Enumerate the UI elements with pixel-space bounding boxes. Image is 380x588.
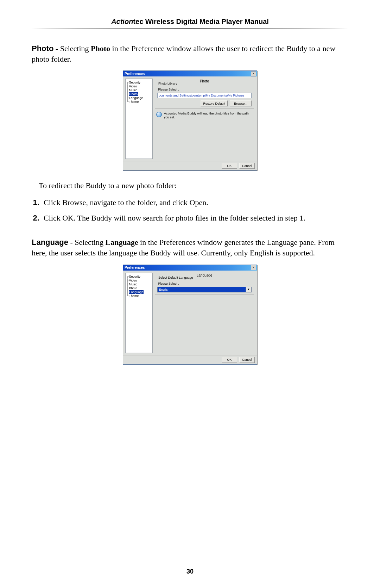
dialog-titlebar[interactable]: Preferences × bbox=[123, 265, 257, 271]
photo-redirect-line: To redirect the Buddy to a new photo fol… bbox=[39, 180, 348, 191]
tree-item-music[interactable]: ├Music bbox=[126, 283, 152, 286]
brand-italic: Action bbox=[111, 18, 133, 25]
photo-library-fieldset: Photo Library Please Select : ocuments a… bbox=[155, 84, 254, 109]
tree-item-video[interactable]: ├Video bbox=[126, 85, 152, 88]
language-intro-bold1: Language bbox=[106, 238, 138, 247]
please-select-label: Please Select : bbox=[158, 282, 252, 285]
photo-intro-pre: - Selecting bbox=[53, 44, 91, 53]
dialog-title-text: Preferences bbox=[125, 266, 145, 270]
ok-button[interactable]: OK bbox=[222, 163, 237, 169]
restore-default-button[interactable]: Restore Default bbox=[201, 100, 228, 106]
tree-item-language[interactable]: ├Language bbox=[126, 96, 152, 100]
tree-item-music[interactable]: ├Music bbox=[126, 88, 152, 92]
page-number: 30 bbox=[0, 568, 380, 575]
preferences-dialog-language: Preferences × ┌Security ├Video ├Music ├P… bbox=[123, 265, 257, 365]
photo-step-1: Click Browse, navigate to the folder, an… bbox=[42, 197, 348, 208]
brand-rest: tec bbox=[133, 18, 143, 25]
please-select-label: Please Select : bbox=[158, 88, 252, 91]
language-intro-pre: - Selecting bbox=[68, 238, 106, 247]
language-dropdown-value: English bbox=[157, 287, 246, 292]
header-title-rest: Wireless Digital Media Player Manual bbox=[143, 18, 269, 25]
language-pane: Language Select Default Language Please … bbox=[154, 273, 255, 353]
photo-info-row: i Actiontec Media Buddy will load the ph… bbox=[156, 112, 253, 119]
tree-item-security[interactable]: ┌Security bbox=[126, 275, 152, 278]
tree-item-security[interactable]: ┌Security bbox=[126, 81, 152, 84]
info-icon: i bbox=[156, 112, 162, 117]
dialog-titlebar[interactable]: Preferences × bbox=[123, 71, 257, 76]
ok-button[interactable]: OK bbox=[222, 357, 237, 363]
photo-dialog-figure: Preferences × ┌Security ├Video ├Music ├P… bbox=[32, 70, 348, 171]
tree-item-photo[interactable]: ├Photo bbox=[126, 92, 152, 96]
photo-library-legend: Photo Library bbox=[157, 82, 178, 85]
tree-item-language[interactable]: ├Language bbox=[126, 290, 152, 294]
preferences-dialog-photo: Preferences × ┌Security ├Video ├Music ├P… bbox=[123, 70, 257, 171]
photo-path-input[interactable]: ocuments and Settings\oemtemp\My Documen… bbox=[157, 93, 252, 98]
photo-info-text: Actiontec Media Buddy will load the phot… bbox=[164, 112, 253, 119]
browse-button[interactable]: Browse... bbox=[230, 100, 252, 106]
language-heading: Language bbox=[32, 238, 68, 247]
language-dialog-figure: Preferences × ┌Security ├Video ├Music ├P… bbox=[32, 265, 348, 365]
page-header: Actiontec Wireless Digital Media Player … bbox=[32, 18, 348, 26]
photo-intro-bold1: Photo bbox=[91, 44, 110, 53]
close-icon[interactable]: × bbox=[251, 265, 256, 270]
tree-item-theme[interactable]: └Theme bbox=[126, 100, 152, 104]
photo-pane: Photo Photo Library Please Select : ocum… bbox=[154, 79, 255, 159]
tree-item-video[interactable]: ├Video bbox=[126, 279, 152, 282]
photo-steps: Click Browse, navigate to the folder, an… bbox=[32, 197, 348, 223]
tree-item-photo[interactable]: ├Photo bbox=[126, 286, 152, 290]
language-legend: Select Default Language bbox=[157, 276, 194, 279]
dialog-title-text: Preferences bbox=[125, 72, 145, 76]
photo-intro: Photo - Selecting Photo in the Preferenc… bbox=[32, 43, 348, 64]
language-dropdown[interactable]: English ▼ bbox=[157, 287, 252, 292]
language-fieldset: Select Default Language Please Select : … bbox=[155, 278, 254, 295]
dialog-footer: OK Cancel bbox=[123, 355, 257, 364]
photo-step-2: Click OK. The Buddy will now search for … bbox=[42, 213, 348, 223]
language-intro: Language - Selecting Language in the Pre… bbox=[32, 237, 348, 258]
header-divider bbox=[32, 28, 348, 29]
photo-heading: Photo bbox=[32, 44, 53, 53]
tree-item-theme[interactable]: └Theme bbox=[126, 294, 152, 298]
preferences-tree[interactable]: ┌Security ├Video ├Music ├Photo ├Language… bbox=[125, 79, 153, 159]
chevron-down-icon[interactable]: ▼ bbox=[246, 287, 252, 292]
dialog-footer: OK Cancel bbox=[123, 161, 257, 170]
cancel-button[interactable]: Cancel bbox=[239, 357, 255, 363]
cancel-button[interactable]: Cancel bbox=[239, 163, 255, 169]
close-icon[interactable]: × bbox=[251, 71, 256, 76]
preferences-tree[interactable]: ┌Security ├Video ├Music ├Photo ├Language… bbox=[125, 273, 153, 353]
